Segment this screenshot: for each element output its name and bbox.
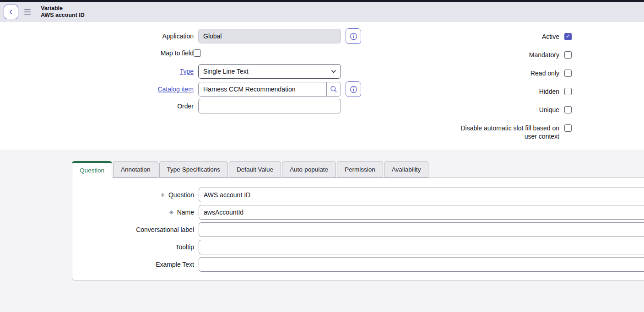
type-row: Type Single Line Text [0, 64, 341, 79]
tab-permission[interactable]: Permission [337, 161, 383, 178]
mandatory-label: Mandatory [529, 51, 559, 59]
order-label: Order [0, 102, 194, 110]
read-only-row: Read only [530, 69, 572, 77]
tooltip-row: Tooltip [72, 240, 644, 254]
name-label: ✳Name [72, 209, 194, 216]
name-row: ✳Name [72, 205, 644, 220]
hidden-checkbox[interactable] [564, 88, 572, 95]
question-field[interactable] [199, 188, 644, 202]
catalog-item-info-button[interactable] [346, 81, 361, 97]
hidden-row: Hidden [539, 87, 572, 96]
unique-label: Unique [539, 106, 559, 114]
hidden-label: Hidden [539, 87, 559, 96]
question-tab-panel: ✳Question ✳Name Conversational label Too… [72, 178, 644, 280]
mandatory-checkbox[interactable] [564, 51, 572, 59]
disable-slot-fill-row: Disable automatic slot fill based on use… [447, 124, 572, 140]
chevron-left-icon [8, 9, 14, 15]
record-name-label: AWS account ID [41, 12, 85, 19]
variable-form-page: Variable AWS account ID Application Map … [0, 0, 644, 312]
question-row: ✳Question [72, 188, 644, 202]
record-type-label: Variable [41, 5, 85, 12]
application-field[interactable] [198, 29, 341, 43]
back-button[interactable] [4, 5, 18, 19]
conversational-label-row: Conversational label [72, 222, 644, 237]
order-row: Order [0, 99, 341, 113]
tab-strip: Question Annotation Type Specifications … [72, 161, 428, 178]
mandatory-row: Mandatory [529, 51, 572, 59]
search-icon [330, 86, 337, 93]
map-to-field-row: Map to field [0, 49, 201, 57]
info-icon [350, 32, 357, 40]
order-field[interactable] [198, 99, 341, 113]
read-only-label: Read only [530, 69, 559, 77]
header: Variable AWS account ID [0, 2, 644, 22]
application-label: Application [0, 32, 194, 40]
catalog-item-row: Catalog item [0, 81, 361, 97]
tab-annotation[interactable]: Annotation [113, 161, 158, 178]
example-text-label: Example Text [72, 261, 194, 268]
tab-type-specifications[interactable]: Type Specifications [159, 161, 228, 178]
example-text-row: Example Text [72, 257, 644, 272]
info-icon [350, 86, 357, 93]
unique-checkbox[interactable] [564, 106, 572, 113]
upper-form-section: Application Map to field Type Single Lin… [0, 22, 644, 150]
read-only-checkbox[interactable] [564, 70, 572, 77]
tab-auto-populate[interactable]: Auto-populate [282, 161, 336, 178]
required-icon: ✳ [169, 209, 174, 216]
required-icon: ✳ [160, 192, 165, 199]
lower-section: Question Annotation Type Specifications … [0, 150, 644, 312]
tab-question[interactable]: Question [72, 161, 112, 178]
map-to-field-checkbox[interactable] [194, 49, 201, 57]
type-select[interactable]: Single Line Text [198, 64, 341, 79]
active-label: Active [542, 32, 559, 41]
tab-availability[interactable]: Availability [384, 161, 429, 178]
conversational-label-field[interactable] [199, 222, 644, 237]
active-checkbox[interactable] [564, 33, 572, 40]
tooltip-label: Tooltip [72, 243, 194, 251]
map-to-field-label: Map to field [0, 49, 194, 57]
application-row: Application [0, 28, 361, 44]
active-row: Active [542, 32, 572, 41]
tab-default-value[interactable]: Default Value [229, 161, 281, 178]
type-select-wrap: Single Line Text [198, 64, 341, 79]
question-label: ✳Question [72, 191, 194, 199]
disable-slot-fill-checkbox[interactable] [564, 124, 572, 132]
catalog-item-lookup-button[interactable] [326, 82, 341, 96]
conversational-label-label: Conversational label [72, 226, 194, 233]
example-text-field[interactable] [199, 257, 644, 272]
unique-row: Unique [539, 106, 572, 114]
application-info-button[interactable] [346, 28, 361, 44]
name-field[interactable] [199, 205, 644, 220]
disable-slot-fill-label: Disable automatic slot fill based on use… [447, 124, 559, 140]
tooltip-field[interactable] [199, 240, 644, 254]
page-title: Variable AWS account ID [41, 5, 85, 19]
catalog-item-reference-field [198, 82, 341, 97]
catalog-item-label-link[interactable]: Catalog item [0, 86, 194, 93]
type-label-link[interactable]: Type [0, 68, 194, 75]
context-menu-icon[interactable] [23, 6, 35, 18]
catalog-item-input[interactable] [199, 82, 326, 96]
